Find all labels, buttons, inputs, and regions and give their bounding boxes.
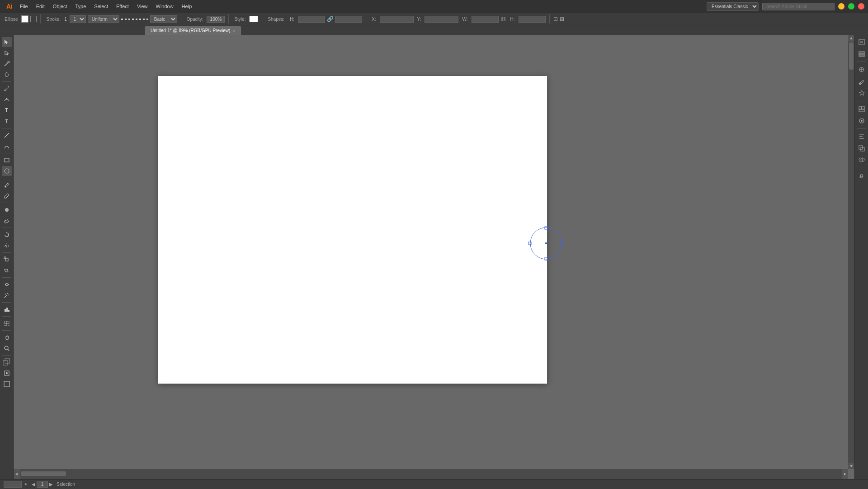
pencil-tool[interactable] [2,191,12,201]
zoom-input[interactable]: 89% [4,481,22,488]
lt-sep-12 [2,355,11,356]
align-left-icon[interactable]: ⊡ [553,16,558,22]
magic-wand-tool[interactable] [2,59,12,69]
transform-panel-icon[interactable] [857,143,867,153]
w-input[interactable]: 41.62 mm [472,16,499,23]
rectangle-tool[interactable] [2,155,12,165]
opacity-input[interactable] [207,16,225,23]
lasso-tool[interactable] [2,70,12,80]
page-controls: ◀ ▶ [32,481,53,488]
page-input[interactable] [37,481,48,488]
menu-view[interactable]: View [133,2,151,11]
selected-ellipse[interactable] [528,225,564,261]
pathfinder-panel-icon[interactable] [857,155,867,165]
lt-sep-3 [2,153,11,153]
style-preview[interactable] [249,16,258,22]
menu-help[interactable]: Help [178,2,196,11]
column-graph-tool[interactable] [2,304,12,314]
drawing-mode-icon[interactable] [2,368,12,378]
eraser-tool[interactable] [2,216,12,226]
screen-mode-icon[interactable] [2,379,12,389]
adobe-stock-search[interactable] [762,3,835,10]
slice-tool[interactable] [2,318,12,328]
appearance-panel-icon[interactable] [857,116,867,126]
canvas-area[interactable] [14,35,854,479]
scroll-track-h[interactable] [20,469,842,479]
shape-h-input[interactable]: 41.62 mm [298,16,325,23]
scroll-track-v[interactable] [848,42,854,463]
ellipse-tool[interactable] [2,166,12,176]
zoom-dropdown-icon[interactable] [24,482,28,487]
hand-tool[interactable] [2,332,12,342]
lt-sep-6 [2,228,11,228]
menu-select[interactable]: Select [90,2,112,11]
properties-panel-icon[interactable] [857,37,867,47]
h-label: H: [509,17,517,22]
selection-tool[interactable] [2,37,12,47]
workspace-selector[interactable]: Essentials Classic [707,2,759,11]
x-coord-input[interactable]: 282.892 mm [380,16,414,23]
links-panel-icon[interactable] [857,171,867,181]
zoom-control[interactable]: 89% [4,481,28,488]
close-button[interactable] [858,3,864,9]
symbol-sprayer-tool[interactable] [2,290,12,300]
shapes-label: Shapes: [266,17,286,22]
fill-color-box[interactable] [21,15,28,23]
stroke-style-select[interactable]: Basic [150,15,177,23]
layers-panel-icon[interactable] [857,49,867,59]
svg-rect-19 [6,308,8,312]
line-tool[interactable] [2,130,12,140]
minimize-button[interactable] [838,3,844,9]
rp-sep-2 [857,101,866,101]
tab-close-button[interactable]: × [233,28,235,33]
separator-6 [549,14,550,24]
y-coord-input[interactable]: 151.294 mm [425,16,458,23]
menu-window[interactable]: Window [152,2,177,11]
pen-tool[interactable] [2,84,12,94]
scroll-thumb-v[interactable] [849,43,854,70]
symbols-panel-icon[interactable] [857,88,867,98]
menu-type[interactable]: Type [72,2,90,11]
direct-selection-tool[interactable] [2,48,12,58]
fill-stroke-icon[interactable]: ↔ [2,357,12,367]
stroke-label: Stroke: [44,17,62,22]
touch-type-tool[interactable]: T [2,116,12,126]
scale-tool[interactable] [2,255,12,265]
document-tab[interactable]: Untitled-1* @ 89% (RGB/GPU Preview) × [145,26,241,35]
scroll-thumb-h[interactable] [21,471,66,476]
menu-file[interactable]: File [16,2,32,11]
shape-w-input[interactable]: 41.62 mm [335,16,362,23]
next-page-btn[interactable]: ▶ [49,482,53,487]
zoom-tool[interactable] [2,343,12,353]
graphic-styles-icon[interactable] [857,104,867,114]
rotate-tool[interactable] [2,230,12,240]
blob-brush-tool[interactable] [2,205,12,215]
menu-edit[interactable]: Edit [33,2,48,11]
menu-object[interactable]: Object [49,2,71,11]
prev-page-btn[interactable]: ◀ [32,482,35,487]
shear-tool[interactable] [2,266,12,275]
reflect-tool[interactable] [2,241,12,251]
maximize-button[interactable] [848,3,854,9]
brushes-panel-icon[interactable] [857,76,867,86]
align-right-icon[interactable]: ⊞ [560,16,564,22]
constrain-proportions-icon[interactable]: ⛓ [500,16,507,22]
warp-tool[interactable] [2,280,12,290]
h-input[interactable]: 41.62 mm [519,16,546,23]
svg-point-7 [5,208,9,212]
paintbrush-tool[interactable] [2,180,12,190]
lt-sep-10 [2,316,11,317]
menu-effect[interactable]: Effect [113,2,132,11]
align-panel-icon[interactable] [857,132,867,142]
stroke-color-box[interactable] [30,16,37,22]
stroke-width-select[interactable]: 1 pt [70,15,86,23]
horizontal-scrollbar[interactable] [14,469,848,479]
constrain-icon[interactable]: 🔗 [327,16,333,22]
vertical-scrollbar[interactable] [848,35,854,469]
type-tool[interactable]: T [2,105,12,115]
libraries-panel-icon[interactable] [857,65,867,75]
svg-rect-8 [4,220,8,223]
stroke-type-select[interactable]: Uniform [88,15,119,23]
curvature-tool[interactable] [2,95,12,104]
arc-tool[interactable] [2,141,12,151]
